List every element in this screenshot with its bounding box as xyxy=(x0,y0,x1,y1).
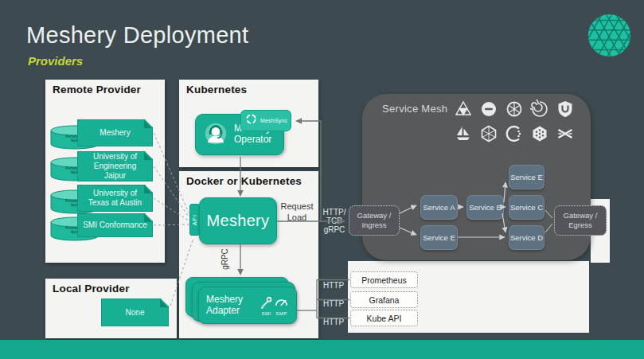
service-a-box: Service A xyxy=(420,195,458,220)
protocol-label-http-2: HTTP xyxy=(320,299,347,308)
protocol-label-main: HTTP/ TCP gRPC xyxy=(320,208,349,234)
provider-item-university-jaipur: University of Engineering Jaipur xyxy=(77,151,153,181)
mesh-logo-hex-dots-icon xyxy=(529,123,551,145)
request-load-label: Request Load xyxy=(279,201,315,224)
endpoint-kube-api: Kube API xyxy=(350,310,418,326)
mesh-logo-sailboat-icon xyxy=(452,123,474,145)
slide: Meshery Deployment Providers Remote Prov… xyxy=(0,0,644,359)
service-d-box: Service D xyxy=(509,225,544,250)
gateway-egress-box: Gateway / Egress xyxy=(554,205,607,236)
protocol-label-http-1: HTTP xyxy=(320,281,347,290)
provider-item-university-texas: University of Texas at Austin xyxy=(77,185,153,212)
remote-provider-title: Remote Provider xyxy=(53,84,141,96)
page-subtitle: Providers xyxy=(28,54,83,68)
mesh-logo-knot-ring-icon xyxy=(503,98,525,120)
meshsync-box: MeshSync xyxy=(240,110,291,131)
mesh-logo-triangle-net-icon xyxy=(452,98,474,120)
mesh-logos xyxy=(452,98,587,145)
local-provider-title: Local Provider xyxy=(53,283,130,295)
operator-icon xyxy=(202,119,229,150)
service-mesh-title: Service Mesh xyxy=(382,103,447,115)
service-b-box: Service B xyxy=(466,195,504,220)
meshery-core-box: Meshery xyxy=(199,197,277,244)
sync-icon xyxy=(245,113,257,128)
service-mesh-box: Service Mesh xyxy=(362,94,591,260)
service-e-left-box: Service E xyxy=(420,225,458,250)
mesh-logo-woven-cube-icon xyxy=(478,123,500,145)
smp-gauge-icon xyxy=(274,295,289,310)
endpoint-prometheus: Prometheus xyxy=(350,271,418,288)
mesh-logo-circle-wordmark-icon xyxy=(478,98,500,120)
grpc-label: gRPC xyxy=(221,244,229,275)
service-c-box: Service C xyxy=(509,195,544,220)
protocol-label-http-3: HTTP xyxy=(320,318,347,326)
mesh-logo-c-orbit-icon xyxy=(503,123,525,145)
kubernetes-title: Kubernetes xyxy=(186,84,247,96)
gateway-ingress-box: Gateway / Ingress xyxy=(349,205,400,236)
endpoint-grafana: Grafana xyxy=(350,291,418,308)
meshery-adapter-label: Meshery Adapter xyxy=(206,295,259,317)
footer-accent-bar xyxy=(0,340,644,359)
smi-badge: SMI xyxy=(259,295,274,316)
meshery-logo-icon xyxy=(587,13,632,61)
smp-badge: SMP xyxy=(274,295,289,316)
docker-kubernetes-title: Docker or Kubernetes xyxy=(186,175,302,187)
meshery-adapter-box: Meshery Adapter SMI SMP xyxy=(198,287,297,324)
smi-tool-icon xyxy=(259,295,274,310)
page-title: Meshery Deployment xyxy=(26,22,248,49)
mesh-logo-x-knot-icon xyxy=(554,123,576,145)
provider-item-meshery: Meshery xyxy=(77,119,153,146)
meshsync-label: MeshSync xyxy=(260,118,287,123)
mesh-logo-shield-icon xyxy=(554,98,576,120)
mesh-logo-nautilus-icon xyxy=(529,98,551,120)
provider-item-smi-conformance: SMI Conformance xyxy=(77,213,153,237)
provider-item-none: None xyxy=(101,299,169,326)
service-e-right-box: Service E xyxy=(509,165,544,189)
